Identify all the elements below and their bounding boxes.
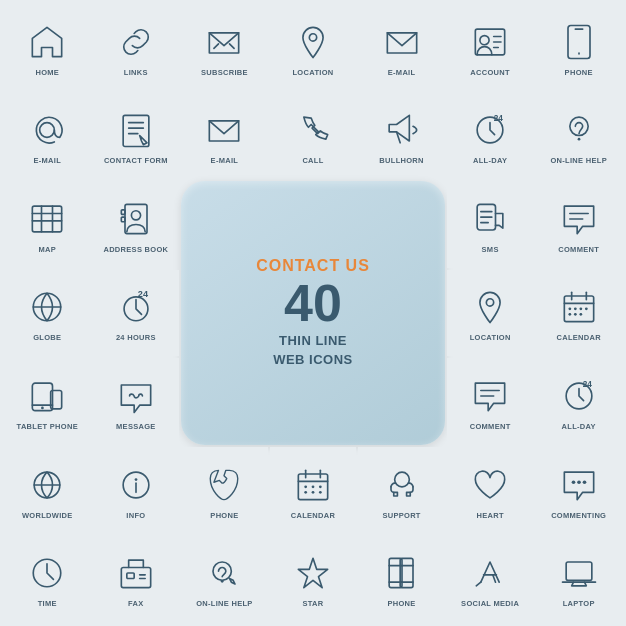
svg-point-65	[304, 485, 307, 488]
cell-star[interactable]: STAR	[270, 535, 357, 622]
svg-point-69	[312, 491, 315, 494]
cell-contact-form[interactable]: CONTACT FORM	[93, 93, 180, 180]
svg-text:24: 24	[582, 380, 592, 389]
cell-commenting[interactable]: COMMENTING	[535, 447, 622, 534]
svg-point-44	[579, 308, 582, 311]
cell-links[interactable]: LINKS	[93, 4, 180, 91]
cell-home[interactable]: HOME	[4, 4, 91, 91]
svg-rect-77	[127, 573, 134, 579]
svg-rect-76	[121, 568, 150, 588]
cell-social-media[interactable]: SOCIAL MEDIA	[447, 535, 534, 622]
cell-comment2[interactable]: COMMENT	[447, 358, 534, 445]
cell-account[interactable]: ACCOUNT	[447, 4, 534, 91]
svg-point-66	[312, 485, 315, 488]
cell-message[interactable]: MESSAGE	[93, 358, 180, 445]
svg-rect-88	[566, 562, 592, 580]
cell-laptop[interactable]: LAPTOP	[535, 535, 622, 622]
cell-info[interactable]: INFO	[93, 447, 180, 534]
cell-all-day[interactable]: 24 ALL-DAY	[447, 93, 534, 180]
svg-point-46	[568, 313, 571, 316]
cell-24hours[interactable]: 24 24 HOURS	[93, 270, 180, 357]
svg-point-48	[579, 313, 582, 316]
svg-point-74	[582, 480, 586, 484]
cell-phone3[interactable]: PHONE	[358, 535, 445, 622]
cell-worldwide[interactable]: WORLDWIDE	[4, 447, 91, 534]
cell-calendar2[interactable]: CALENDAR	[270, 447, 357, 534]
svg-point-45	[585, 308, 588, 311]
svg-point-47	[574, 313, 577, 316]
svg-rect-12	[33, 206, 62, 232]
cell-tablet-phone[interactable]: TABLET PHONE	[4, 358, 91, 445]
svg-point-42	[568, 308, 571, 311]
cell-email2[interactable]: E-MAIL	[181, 93, 268, 180]
svg-rect-17	[125, 204, 147, 233]
svg-point-2	[480, 35, 489, 44]
svg-point-71	[394, 472, 409, 487]
cell-online-help2[interactable]: ON-LINE HELP	[181, 535, 268, 622]
cell-all-day2[interactable]: 24 ALL-DAY	[535, 358, 622, 445]
cell-location[interactable]: LOCATION	[270, 4, 357, 91]
svg-point-6	[40, 123, 55, 138]
svg-text:24: 24	[494, 114, 504, 123]
svg-point-43	[574, 308, 577, 311]
svg-point-11	[577, 138, 580, 141]
cell-map[interactable]: MAP	[4, 181, 91, 268]
svg-point-51	[41, 407, 44, 410]
cell-address-book[interactable]: ADDRESS BOOK	[93, 181, 180, 268]
svg-point-30	[486, 299, 493, 306]
svg-point-73	[577, 480, 581, 484]
cell-bullhorn[interactable]: BULLHORN	[358, 93, 445, 180]
svg-point-68	[304, 491, 307, 494]
svg-rect-19	[121, 210, 125, 215]
svg-point-80	[213, 562, 231, 580]
cell-email[interactable]: E-MAIL	[358, 4, 445, 91]
svg-rect-20	[121, 217, 125, 222]
svg-point-81	[221, 580, 224, 583]
contact-us-box: CONTACT US 40 THIN LINE WEB ICONS	[181, 181, 445, 445]
cell-online-help[interactable]: ON-LINE HELP	[535, 93, 622, 180]
svg-point-18	[131, 211, 140, 220]
cell-sms[interactable]: SMS	[447, 181, 534, 268]
svg-point-70	[319, 491, 322, 494]
cell-heart[interactable]: HEART	[447, 447, 534, 534]
cell-comment[interactable]: COMMENT	[535, 181, 622, 268]
svg-text:24: 24	[138, 289, 149, 299]
cell-subscribe[interactable]: SUBSCRIBE	[181, 4, 268, 91]
svg-point-0	[309, 34, 316, 41]
cell-phone2[interactable]: PHONE	[181, 447, 268, 534]
cell-globe[interactable]: GLOBE	[4, 270, 91, 357]
cell-call[interactable]: CALL	[270, 93, 357, 180]
cell-fax[interactable]: FAX	[93, 535, 180, 622]
cell-phone[interactable]: PHONE	[535, 4, 622, 91]
cell-time[interactable]: TIME	[4, 535, 91, 622]
svg-point-60	[134, 478, 137, 481]
icon-grid: HOME LINKS SUBSCRIBE LOCATION E-MAIL ACC…	[0, 0, 626, 626]
cell-calendar[interactable]: CALENDAR	[535, 270, 622, 357]
cell-at-email[interactable]: E-MAIL	[4, 93, 91, 180]
svg-rect-49	[33, 383, 53, 411]
svg-point-67	[319, 485, 322, 488]
cell-support[interactable]: SUPPORT	[358, 447, 445, 534]
cell-location2[interactable]: LOCATION	[447, 270, 534, 357]
svg-point-72	[571, 480, 575, 484]
